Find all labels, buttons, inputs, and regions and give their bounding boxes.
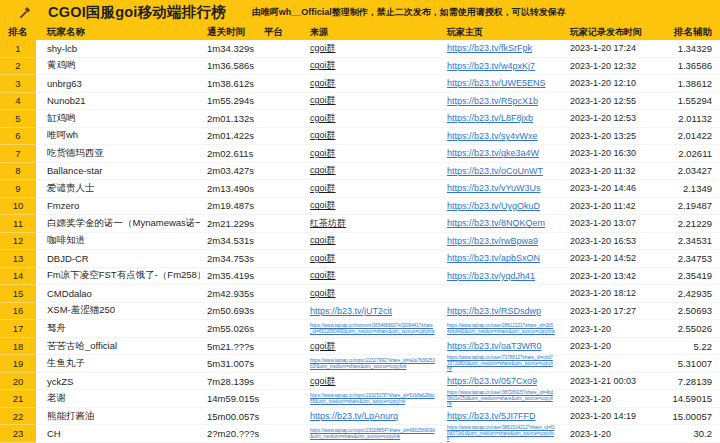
platform-cell xyxy=(260,163,300,181)
homepage-cell-link[interactable]: https://b23.tv/vYuW3Us xyxy=(447,183,541,193)
rank-cell: 3 xyxy=(0,75,36,93)
source-cell: cgoi群 xyxy=(300,268,441,286)
source-cell: cgoi群 xyxy=(300,128,441,146)
source-cell-link[interactable]: cgoi群 xyxy=(310,94,336,107)
rank-cell: 5 xyxy=(0,110,36,128)
rank-aux-cell: 2.34531 xyxy=(666,233,720,251)
platform-cell xyxy=(260,373,300,391)
homepage-cell-link[interactable]: https://b23.tv/sy4vWxe xyxy=(447,131,538,141)
source-cell-link[interactable]: cgoi群 xyxy=(310,340,336,353)
player-name-cell: XSM-羞涩猫250 xyxy=(36,303,200,321)
published-time-cell: 2023-1-20 11:42 xyxy=(561,198,666,216)
homepage-cell-link[interactable]: https://www.taptap.cn/user/28612221?shar… xyxy=(447,323,561,334)
rank-cell: 1 xyxy=(0,40,36,58)
homepage-cell: https://www.taptap.cn/user/38728915?shar… xyxy=(441,390,561,408)
source-cell-link[interactable]: cgoi群 xyxy=(310,59,336,72)
source-cell: https://www.taptap.cn/topic/23328854?sha… xyxy=(300,425,441,443)
player-name-cell: 爱谴责人士 xyxy=(36,180,200,198)
source-cell-link[interactable]: 红茶坊群 xyxy=(310,217,346,230)
table-row: 7吃货德玛西亚2m02.611scgoi群https://b23.tv/gke3… xyxy=(0,145,720,163)
homepage-cell-link[interactable]: https://b23.tv/apbSxON xyxy=(447,253,540,263)
homepage-cell: https://www.taptap.cn/user/3861514212?sh… xyxy=(441,425,561,443)
platform-cell xyxy=(260,110,300,128)
rank-cell: 21 xyxy=(0,390,36,408)
table-row: 20yckZS7m28.139scgoi群https://b23.tv/057C… xyxy=(0,373,720,391)
source-cell: https://www.taptap.cn/topic/23325378?sha… xyxy=(300,390,441,408)
source-cell-link[interactable]: cgoi群 xyxy=(310,112,336,125)
homepage-cell-link[interactable]: https://b23.tv/w4pxKj7 xyxy=(447,61,535,71)
platform-cell xyxy=(260,145,300,163)
player-name-cell: CH xyxy=(36,425,200,443)
homepage-cell-link[interactable]: https://b23.tv/RSDsdwp xyxy=(447,306,541,316)
player-name-cell: 熊能打酱油 xyxy=(36,408,200,426)
published-time-cell: 2023-1-20 12:53 xyxy=(561,110,666,128)
rank-aux-cell: 2.01422 xyxy=(666,128,720,146)
source-cell-link[interactable]: https://www.taptap.cn/topic/22327992?sha… xyxy=(310,358,441,369)
source-cell-link[interactable]: cgoi群 xyxy=(310,77,336,90)
source-cell-link[interactable]: cgoi群 xyxy=(310,375,336,388)
homepage-cell-link[interactable]: https://b23.tv/L8F8jxb xyxy=(447,113,533,123)
homepage-cell-link[interactable]: https://b23.tv/UWE5ENS xyxy=(447,78,546,88)
platform-cell xyxy=(260,40,300,58)
homepage-cell-link[interactable]: https://www.taptap.cn/user/7178812?share… xyxy=(447,355,561,371)
source-cell-link[interactable]: cgoi群 xyxy=(310,252,336,265)
source-cell-link[interactable]: cgoi群 xyxy=(310,182,336,195)
source-cell-link[interactable]: cgoi群 xyxy=(310,234,336,247)
rank-cell: 12 xyxy=(0,233,36,251)
clear-time-cell: 2m21.229s xyxy=(200,215,260,233)
homepage-cell-link[interactable]: https://b23.tv/gke3a4W xyxy=(447,148,539,158)
clear-time-cell: 2?m20.???s xyxy=(200,425,260,443)
platform-cell xyxy=(260,75,300,93)
homepage-cell: https://b23.tv/L8F8jxb xyxy=(441,110,561,128)
source-cell-link[interactable]: cgoi群 xyxy=(310,129,336,142)
source-cell-link[interactable]: cgoi群 xyxy=(310,147,336,160)
homepage-cell-link[interactable]: https://b23.tv/8NQKQem xyxy=(447,218,545,228)
homepage-cell-link[interactable]: https://www.taptap.cn/user/3861514212?sh… xyxy=(447,425,561,441)
homepage-cell-link[interactable]: https://b23.tv/rwBpwa9 xyxy=(447,236,538,246)
homepage-cell: https://b23.tv/vYuW3Us xyxy=(441,180,561,198)
source-cell-link[interactable]: cgoi群 xyxy=(310,199,336,212)
homepage-cell-link[interactable]: https://b23.tv/oCoUnWT xyxy=(447,166,543,176)
table-row: 16XSM-羞涩猫2502m50.693shttps://b23.tv/jUT2… xyxy=(0,303,720,321)
homepage-cell-link[interactable]: https://b23.tv/057Cxo9 xyxy=(447,376,537,386)
table-row: 5缸鸡哟2m01.132scgoi群https://b23.tv/L8F8jxb… xyxy=(0,110,720,128)
source-cell: https://b23.tv/LpAnurq xyxy=(300,408,441,426)
homepage-cell-link[interactable]: https://b23.tv/R5pcX1b xyxy=(447,96,538,106)
table-row: 21老谢14m59.015shttps://www.taptap.cn/topi… xyxy=(0,390,720,408)
source-cell-link[interactable]: cgoi群 xyxy=(310,269,336,282)
player-name-cell: Nunob21 xyxy=(36,93,200,111)
clear-time-cell: 7m28.139s xyxy=(200,373,260,391)
rank-aux-cell: 2.03427 xyxy=(666,163,720,181)
source-cell-link[interactable]: https://www.taptap.cn/topic/23325378?sha… xyxy=(310,393,441,404)
source-cell: cgoi群 xyxy=(300,180,441,198)
source-cell-link[interactable]: https://www.taptap.cn/moment/36546680074… xyxy=(310,323,441,334)
homepage-cell-link[interactable]: https://b23.tv/oaT3WR0 xyxy=(447,341,542,351)
homepage-cell-link[interactable]: https://b23.tv/UygOkuD xyxy=(447,201,540,211)
homepage-cell-link[interactable]: https://b23.tv/yqdJh41 xyxy=(447,271,535,281)
rank-cell: 23 xyxy=(0,425,36,443)
player-name-cell: Ballance-star xyxy=(36,163,200,181)
platform-cell xyxy=(260,180,300,198)
platform-cell xyxy=(260,285,300,303)
clear-time-cell: 2m35.419s xyxy=(200,268,260,286)
rank-aux-cell: 1.34329 xyxy=(666,40,720,58)
homepage-cell-link[interactable]: https://www.taptap.cn/user/38728915?shar… xyxy=(447,390,561,406)
source-cell-link[interactable]: cgoi群 xyxy=(310,287,336,300)
col-header-platform: 平台 xyxy=(260,24,300,40)
homepage-cell-link[interactable]: https://b23.tv/fkSrFpk xyxy=(447,43,532,53)
source-cell-link[interactable]: https://b23.tv/LpAnurq xyxy=(310,411,398,421)
source-cell-link[interactable]: https://b23.tv/jUT2cit xyxy=(310,306,392,316)
source-cell-link[interactable]: https://www.taptap.cn/topic/23328854?sha… xyxy=(310,428,441,439)
published-time-cell: 2023-1-20 18:12 xyxy=(561,285,666,303)
rank-aux-cell: 5.31007 xyxy=(666,355,720,373)
platform-cell xyxy=(260,408,300,426)
published-time-cell: 2023-1-20 14:52 xyxy=(561,250,666,268)
table-row: 19生鱼丸子5m31.007shttps://www.taptap.cn/top… xyxy=(0,355,720,373)
homepage-cell-link[interactable]: https://b23.tv/5JI7FFD xyxy=(447,411,536,421)
source-cell-link[interactable]: cgoi群 xyxy=(310,164,336,177)
homepage-cell: https://b23.tv/w4pxKj7 xyxy=(441,58,561,76)
col-header-published: 玩家记录发布时间 xyxy=(561,24,666,40)
source-cell-link[interactable]: cgoi群 xyxy=(310,42,336,55)
rank-cell: 15 xyxy=(0,285,36,303)
rank-cell: 4 xyxy=(0,93,36,111)
